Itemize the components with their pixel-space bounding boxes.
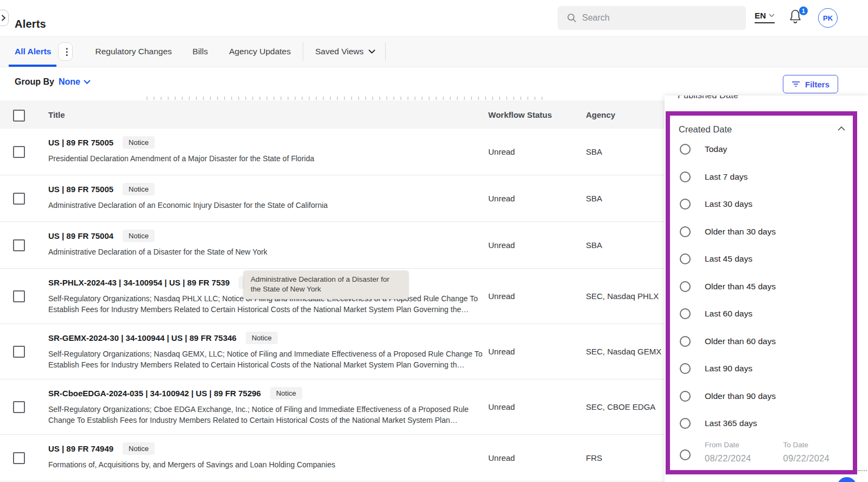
avatar[interactable]: PK	[818, 8, 838, 28]
top-bar: Alerts Search EN 1 PK	[0, 0, 868, 37]
from-date-field[interactable]: From Date 08/22/2024	[705, 441, 775, 464]
alert-description: Self-Regulatory Organizations; Nasdaq GE…	[48, 348, 485, 370]
workflow-status: Unread	[488, 379, 515, 434]
language-selector[interactable]: EN	[755, 11, 775, 23]
to-date-value: 09/22/2024	[783, 453, 853, 464]
row-checkbox[interactable]	[13, 346, 25, 358]
group-by-value-button[interactable]: None	[59, 77, 91, 87]
chevron-up-icon[interactable]	[838, 126, 845, 131]
kebab-menu-button[interactable]: ⋮	[58, 42, 73, 61]
date-filter-option[interactable]: Today	[670, 136, 853, 163]
radio-button[interactable]	[680, 199, 691, 210]
alert-id[interactable]: US | 89 FR 75005	[48, 138, 113, 147]
date-filter-option[interactable]: Last 365 days	[670, 410, 853, 437]
created-date-section-title: Created Date	[679, 124, 732, 134]
radio-button[interactable]	[680, 281, 691, 292]
tab-regulatory-changes[interactable]: Regulatory Changes	[95, 47, 171, 56]
workflow-status: Unread	[488, 435, 515, 481]
sidebar-expand-button[interactable]	[0, 10, 9, 26]
date-filter-option[interactable]: Last 90 days	[670, 355, 853, 383]
tab-all-alerts[interactable]: All Alerts	[15, 47, 51, 56]
date-filter-option[interactable]: Older than 30 days	[670, 218, 853, 246]
row-checkbox[interactable]	[13, 239, 25, 251]
agency: SEC, Nasdaq GEMX	[586, 324, 661, 379]
date-filter-option[interactable]: Last 45 days	[670, 245, 853, 273]
radio-button[interactable]	[680, 253, 691, 264]
notice-badge: Notice	[123, 230, 155, 242]
select-all-checkbox[interactable]	[13, 110, 25, 122]
alert-description: Administrative Declaration of a Disaster…	[48, 246, 485, 257]
tab-divider	[303, 42, 303, 61]
notifications-button[interactable]: 1	[788, 8, 806, 29]
alert-id[interactable]: US | 89 FR 75004	[48, 231, 113, 240]
radio-button[interactable]	[680, 172, 691, 182]
date-filter-option[interactable]: Older than 60 days	[670, 328, 853, 356]
alert-id[interactable]: US | 89 FR 75005	[48, 185, 113, 194]
filters-button[interactable]: Filters	[783, 75, 838, 93]
row-checkbox[interactable]	[13, 290, 25, 302]
workflow-status: Unread	[488, 129, 515, 175]
date-filter-option[interactable]: Last 30 days	[670, 191, 853, 218]
tab-bills[interactable]: Bills	[193, 47, 208, 56]
created-date-section-header[interactable]: Created Date	[670, 116, 853, 136]
row-checkbox[interactable]	[13, 401, 25, 413]
option-label: Last 7 days	[705, 172, 748, 182]
radio-button[interactable]	[680, 418, 691, 429]
radio-button[interactable]	[680, 391, 691, 402]
alert-id[interactable]: US | 89 FR 74949	[48, 444, 113, 453]
alerts-page: Alerts Search EN 1 PK All Aler	[0, 0, 868, 482]
to-date-field[interactable]: To Date 09/22/2024	[783, 441, 853, 464]
column-header-title: Title	[48, 110, 65, 119]
dotted-marks	[858, 470, 867, 471]
chevron-down-icon	[368, 49, 375, 54]
chevron-right-icon	[1, 15, 6, 21]
active-tab-underline	[9, 65, 56, 67]
row-checkbox[interactable]	[13, 146, 25, 158]
radio-button[interactable]	[680, 336, 691, 347]
radio-button[interactable]	[680, 144, 691, 155]
workflow-status: Unread	[488, 324, 515, 379]
option-label: Last 30 days	[705, 199, 752, 209]
custom-date-range-option[interactable]: From Date 08/22/2024 To Date 09/22/2024	[670, 441, 853, 464]
option-label: Older than 45 days	[705, 282, 776, 291]
tooltip: Administrative Declaration of a Disaster…	[244, 271, 408, 299]
radio-button[interactable]	[680, 226, 691, 237]
row-checkbox[interactable]	[13, 193, 25, 205]
language-code: EN	[755, 11, 766, 20]
chevron-down-icon	[84, 80, 91, 84]
date-filter-option[interactable]: Last 7 days	[670, 163, 853, 191]
agency: SEC, CBOE EDGA	[586, 379, 655, 434]
search-placeholder: Search	[582, 13, 610, 23]
search-input[interactable]: Search	[558, 6, 746, 30]
option-label: Older than 60 days	[705, 337, 776, 346]
radio-button[interactable]	[680, 308, 691, 319]
to-date-label: To Date	[783, 441, 853, 449]
agency: SBA	[586, 129, 602, 175]
clipped-scrolled-row	[146, 97, 545, 100]
row-checkbox[interactable]	[13, 452, 25, 464]
date-filter-options: Today Last 7 days Last 30 days Older tha…	[670, 136, 853, 437]
filter-icon	[792, 81, 800, 87]
tab-bar: All Alerts ⋮ Regulatory Changes Bills Ag…	[0, 36, 868, 67]
radio-button[interactable]	[680, 363, 691, 374]
chevron-down-icon	[769, 14, 775, 17]
notice-badge: Notice	[123, 442, 155, 455]
notification-count-badge: 1	[799, 7, 808, 15]
tab-saved-views[interactable]: Saved Views	[315, 47, 375, 56]
alert-id[interactable]: SR-PHLX-2024-43 | 34-100954 | US | 89 FR…	[48, 278, 229, 287]
notice-badge: Notice	[123, 136, 155, 149]
date-filter-option[interactable]: Older than 45 days	[670, 273, 853, 301]
alert-id[interactable]: SR-GEMX-2024-30 | 34-100944 | US | 89 FR…	[48, 333, 237, 343]
alert-description: Self-Regulatory Organizations; Cboe EDGA…	[48, 404, 485, 426]
column-header-agency: Agency	[586, 110, 615, 119]
alert-id[interactable]: SR-CboeEDGA-2024-035 | 34-100942 | US | …	[48, 389, 261, 398]
date-filter-option[interactable]: Older than 90 days	[670, 383, 853, 410]
agency: SBA	[586, 222, 602, 268]
alert-description: Presidential Declaration Amendment of a …	[48, 153, 485, 164]
workflow-status: Unread	[488, 175, 515, 221]
option-label: Last 365 days	[705, 418, 757, 428]
date-filter-option[interactable]: Last 60 days	[670, 300, 853, 328]
radio-button[interactable]	[680, 449, 691, 460]
alert-description: Formations of, Acquisitions by, and Merg…	[48, 459, 485, 470]
tab-agency-updates[interactable]: Agency Updates	[229, 47, 291, 56]
